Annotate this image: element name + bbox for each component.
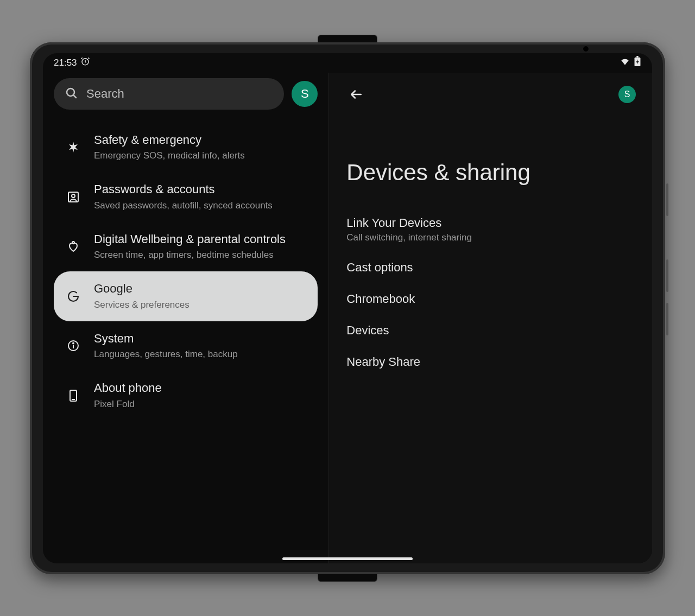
detail-item-devices[interactable]: Devices: [345, 315, 636, 346]
status-left: 21:53: [54, 56, 90, 69]
avatar-initial: S: [301, 87, 309, 101]
google-icon: [66, 290, 81, 303]
settings-item-subtitle: Saved passwords, autofill, synced accoun…: [94, 200, 306, 212]
settings-item-subtitle: Emergency SOS, medical info, alerts: [94, 150, 306, 162]
account-box-icon: [66, 190, 81, 204]
alarm-icon: [80, 56, 90, 69]
detail-item-subtitle: Call switching, internet sharing: [346, 232, 635, 243]
settings-item-title: Google: [94, 281, 306, 297]
settings-item-title: About phone: [94, 380, 306, 396]
detail-item-link-your-devices[interactable]: Link Your DevicesCall switching, interne…: [345, 207, 636, 252]
settings-item-title: Digital Wellbeing & parental controls: [94, 232, 306, 247]
settings-item-passwords-accounts[interactable]: Passwords & accountsSaved passwords, aut…: [54, 172, 318, 222]
svg-rect-2: [636, 56, 639, 58]
search-input[interactable]: Search: [54, 78, 284, 110]
detail-item-title: Cast options: [346, 261, 635, 275]
detail-item-title: Nearby Share: [346, 355, 635, 369]
settings-item-subtitle: Services & preferences: [94, 299, 306, 312]
settings-item-text: Safety & emergencyEmergency SOS, medical…: [94, 132, 306, 163]
wifi-icon: [620, 56, 630, 69]
battery-icon: [634, 56, 641, 69]
detail-item-title: Link Your Devices: [346, 216, 635, 230]
detail-title: Devices & sharing: [346, 160, 636, 186]
avatar[interactable]: S: [292, 81, 318, 107]
search-row: Search S: [54, 78, 318, 110]
detail-item-title: Chromebook: [346, 292, 635, 306]
settings-item-subtitle: Screen time, app timers, bedtime schedul…: [94, 249, 306, 262]
settings-item-text: GoogleServices & preferences: [94, 281, 306, 312]
side-button-1: [666, 183, 668, 216]
status-right: [620, 56, 641, 69]
settings-item-title: Passwords & accounts: [94, 182, 306, 198]
settings-item-subtitle: Languages, gestures, time, backup: [94, 348, 306, 361]
hinge-top: [318, 35, 377, 42]
detail-item-chromebook[interactable]: Chromebook: [345, 283, 636, 315]
right-bar: S: [345, 78, 636, 111]
settings-item-text: Passwords & accountsSaved passwords, aut…: [94, 182, 306, 212]
phone-outline-icon: [66, 389, 81, 402]
svg-line-4: [74, 95, 77, 98]
settings-item-digital-wellbeing-parental-controls[interactable]: Digital Wellbeing & parental controlsScr…: [54, 222, 318, 272]
side-button-3: [666, 303, 668, 335]
asterisk-icon: [66, 141, 81, 154]
detail-list: Link Your DevicesCall switching, interne…: [345, 207, 636, 378]
info-icon: [66, 339, 81, 352]
avatar-small[interactable]: S: [618, 86, 636, 103]
pane-right: S Devices & sharing Link Your DevicesCal…: [329, 73, 652, 563]
settings-item-about-phone[interactable]: About phonePixel Fold: [54, 371, 318, 421]
svg-point-6: [72, 194, 75, 198]
detail-item-cast-options[interactable]: Cast options: [345, 252, 636, 283]
status-time: 21:53: [54, 58, 77, 68]
dual-pane: Search S Safety & emergencyEmergency SOS…: [43, 73, 652, 563]
settings-item-safety-emergency[interactable]: Safety & emergencyEmergency SOS, medical…: [54, 123, 318, 173]
hinge-bottom: [318, 574, 377, 582]
svg-point-10: [73, 343, 74, 344]
settings-list[interactable]: Safety & emergencyEmergency SOS, medical…: [54, 123, 318, 563]
settings-item-text: About phonePixel Fold: [94, 380, 306, 411]
navigation-pill[interactable]: [282, 557, 413, 560]
device-frame: 21:53: [30, 42, 665, 574]
settings-item-subtitle: Pixel Fold: [94, 398, 306, 411]
settings-item-text: Digital Wellbeing & parental controlsScr…: [94, 232, 306, 262]
detail-item-nearby-share[interactable]: Nearby Share: [345, 346, 636, 378]
side-button-2: [666, 259, 668, 292]
search-icon: [65, 86, 78, 101]
screen: 21:53: [43, 53, 652, 563]
pane-left: Search S Safety & emergencyEmergency SOS…: [43, 73, 329, 563]
settings-item-text: SystemLanguages, gestures, time, backup: [94, 331, 306, 361]
settings-item-title: System: [94, 331, 306, 347]
back-button[interactable]: [345, 84, 367, 105]
settings-item-system[interactable]: SystemLanguages, gestures, time, backup: [54, 321, 318, 371]
wellbeing-icon: [66, 240, 81, 253]
search-placeholder: Search: [86, 87, 124, 101]
detail-item-title: Devices: [346, 323, 635, 338]
front-camera: [583, 46, 589, 52]
settings-item-google[interactable]: GoogleServices & preferences: [54, 271, 318, 321]
settings-item-title: Safety & emergency: [94, 132, 306, 148]
status-bar: 21:53: [43, 53, 652, 73]
avatar-initial: S: [624, 90, 630, 99]
